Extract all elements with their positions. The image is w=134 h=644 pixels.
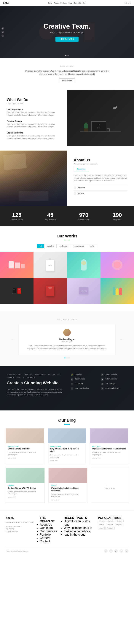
footer-phone: +1 (234) 789 4321 bbox=[6, 530, 36, 533]
footer-social-google-icon[interactable]: g+ bbox=[114, 549, 118, 553]
hero-dot-1[interactable] bbox=[65, 55, 66, 56]
nav-portfolio[interactable]: Portfolio bbox=[60, 2, 67, 4]
blog-post-3[interactable]: BUSINESS DigitalOcean launches load bala… bbox=[90, 428, 128, 464]
testimonial-name: Marissa Mayer bbox=[26, 338, 108, 341]
testimonial-dot-2[interactable] bbox=[66, 357, 68, 358]
work-item-2[interactable]: MILK bbox=[34, 252, 67, 278]
create-tag-5: PERFECT LAYOUT bbox=[7, 376, 21, 378]
blog-post-1-title: What's Coming to Netflix bbox=[8, 448, 42, 450]
footer-link-careers[interactable]: Careers bbox=[40, 536, 60, 540]
filter-all[interactable]: All bbox=[37, 244, 44, 248]
accordion-values[interactable]: + Values bbox=[74, 190, 127, 196]
footer-tag-products[interactable]: Products bbox=[98, 520, 106, 522]
stat-blog: 190 Blog Posts bbox=[100, 212, 134, 221]
footer-social-linkedin-icon[interactable]: in bbox=[119, 549, 123, 553]
footer-col-company: THE COMPANY About Us Our Team Our Servic… bbox=[40, 516, 60, 543]
footer-social-facebook-icon[interactable]: f bbox=[104, 549, 107, 553]
what-we-do-left: What We Do simple digital solutions User… bbox=[0, 90, 67, 150]
hero-nav-dots bbox=[65, 55, 69, 56]
view-all-label: View All Posts bbox=[105, 488, 115, 489]
footer-recent-4[interactable]: lead in the cloud bbox=[64, 533, 94, 536]
hero-side-icons: ◐ ◑ ◒ bbox=[2, 27, 4, 37]
stat-clients-label: Satisfied Clients bbox=[0, 219, 34, 221]
testimonial-prev-button[interactable]: ← bbox=[11, 338, 14, 341]
footer-tag-creative[interactable]: Creative bbox=[115, 523, 123, 526]
blog-post-1[interactable]: TECHNOLOGY What's Coming to Netflix Quis… bbox=[6, 428, 44, 464]
footer-tag-designer[interactable]: Designer bbox=[106, 523, 114, 526]
footer-recent-3[interactable]: making a comeback bbox=[64, 530, 94, 533]
filter-uxui[interactable]: UX/UI bbox=[87, 244, 97, 248]
work-item-5[interactable] bbox=[0, 278, 34, 304]
tab-capabilities[interactable]: Capabilities bbox=[74, 167, 89, 171]
blog-post-2-cat: TECHNOLOGY bbox=[50, 446, 84, 447]
social-linkedin-icon[interactable]: in bbox=[130, 2, 131, 4]
service-product-desc: Lorem ipsum dolor sit amet, consectetur … bbox=[7, 123, 60, 128]
footer-tag-agency[interactable]: Agency bbox=[98, 523, 105, 526]
create-services: ⚡ Branding ◎ Opportunities ◆ Consulting … bbox=[71, 373, 127, 392]
footer-social-twitter-icon[interactable]: t bbox=[109, 549, 113, 553]
footer-link-team[interactable]: Our Team bbox=[40, 526, 60, 530]
blog-post-2[interactable]: TECHNOLOGY Why AWS has such a big lead i… bbox=[48, 428, 86, 464]
create-service-opportunities-label: Opportunities bbox=[75, 378, 85, 380]
works-divider bbox=[64, 240, 70, 240]
work-item-3[interactable] bbox=[67, 252, 100, 278]
blog-post-5[interactable]: WORLD Why unlimited data is making a com… bbox=[48, 468, 87, 503]
social-twitter-icon[interactable]: t bbox=[126, 2, 126, 4]
social-pinterest-icon[interactable]: p bbox=[128, 2, 128, 4]
footer-recent-1[interactable]: DigitalOcean Builds load bbox=[64, 520, 94, 526]
nav-shop[interactable]: Shop bbox=[83, 2, 87, 4]
testimonial-next-button[interactable]: → bbox=[120, 338, 123, 341]
footer-social-pinterest-icon[interactable]: p bbox=[125, 549, 128, 553]
footer-address-2: City, Country bbox=[6, 528, 36, 530]
footer-company-links: About Us Our Team Our Services Portfolio… bbox=[40, 523, 60, 543]
blog-header: Our Blog bbox=[6, 418, 128, 424]
footer-link-services[interactable]: Our Services bbox=[40, 530, 60, 533]
footer-company-title: THE COMPANY bbox=[40, 516, 60, 523]
nav-pages[interactable]: Pages bbox=[54, 2, 59, 4]
accordion-values-label: Values bbox=[78, 192, 84, 194]
testimonial-dot-1[interactable] bbox=[64, 357, 66, 358]
work-item-7[interactable]: PACKAGE bbox=[67, 278, 100, 304]
filter-product-design[interactable]: Product Design bbox=[70, 244, 87, 248]
testimonial-dot-3[interactable] bbox=[68, 357, 70, 358]
footer-recent-2[interactable]: Why unlimited data is bbox=[64, 526, 94, 530]
footer-tag-studio[interactable]: Studio bbox=[98, 527, 105, 530]
footer-link-about[interactable]: About Us bbox=[40, 523, 60, 526]
nav-home[interactable]: Home bbox=[47, 2, 52, 4]
footer-link-portfolio[interactable]: Portfolio bbox=[40, 533, 60, 536]
hero-cta-button[interactable]: FIND OUT MORE bbox=[55, 36, 79, 42]
create-service-branding-label: Branding bbox=[75, 373, 81, 375]
hero-dot-2[interactable] bbox=[67, 55, 68, 56]
work-item-4[interactable] bbox=[100, 252, 134, 278]
read-more-button[interactable]: READ MORE bbox=[59, 78, 75, 83]
social-facebook-icon[interactable]: f bbox=[124, 2, 125, 4]
view-all-posts-button[interactable]: + View All Posts bbox=[91, 468, 128, 503]
testimonial-card: Marissa Mayer Web Designer Quis ut enim … bbox=[19, 324, 115, 355]
blog-post-3-title: DigitalOcean launches load balancers bbox=[92, 448, 126, 450]
footer-link-contact[interactable]: Contact bbox=[40, 540, 60, 543]
navbar-logo[interactable]: bezel bbox=[3, 2, 10, 4]
work-item-1[interactable] bbox=[0, 252, 34, 278]
footer-tag-resources[interactable]: Resources bbox=[105, 527, 114, 530]
footer-tags-list: Products Services Software Agency Design… bbox=[98, 520, 128, 530]
what-we-do-section: What We Do simple digital solutions User… bbox=[0, 90, 134, 150]
blog-post-4[interactable]: DESIGN Getting Started With VR Design Qu… bbox=[6, 468, 45, 503]
blog-post-4-image bbox=[6, 468, 45, 483]
accordion-mission[interactable]: + Mission bbox=[74, 185, 127, 190]
blog-post-4-date: APR 05, 2017 bbox=[8, 497, 42, 498]
navbar-social: f t p in bbox=[124, 2, 131, 4]
filter-branding[interactable]: Branding bbox=[44, 244, 57, 248]
who-we-are-label: WHO WE ARE bbox=[15, 66, 119, 67]
work-item-8[interactable] bbox=[100, 278, 134, 304]
create-col-2: ✦ Logo & Branding ◉ Motion graphics ⬡ UX… bbox=[101, 373, 127, 392]
work-item-6[interactable] bbox=[34, 278, 67, 304]
nav-elements[interactable]: Elements bbox=[74, 2, 81, 4]
footer-tag-software[interactable]: Software bbox=[115, 520, 124, 522]
about-tabs: Capabilities bbox=[74, 167, 127, 171]
filter-packaging[interactable]: Packaging bbox=[57, 244, 70, 248]
nav-blog[interactable]: Blog bbox=[68, 2, 72, 4]
works-title: Our Works bbox=[0, 234, 134, 238]
create-service-opportunities: ◎ Opportunities bbox=[71, 378, 97, 381]
hero-dot-3[interactable] bbox=[68, 55, 69, 56]
footer-tag-services[interactable]: Services bbox=[107, 520, 115, 522]
